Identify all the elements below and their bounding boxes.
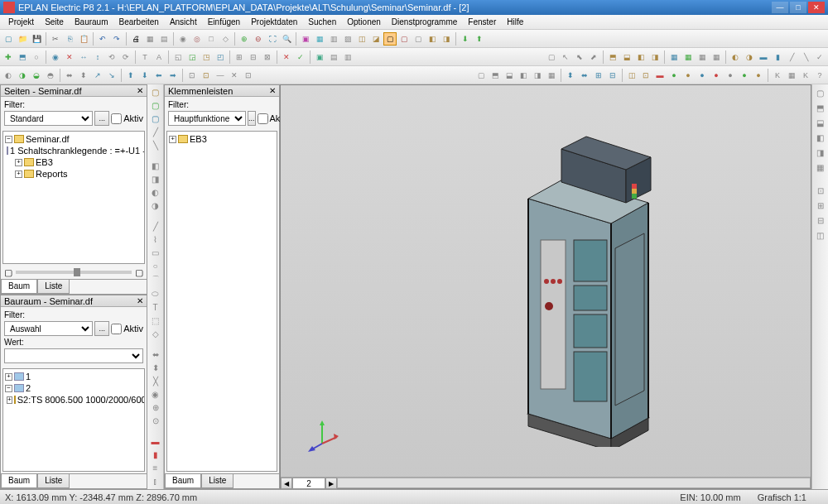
tb-new-icon[interactable]: ▢ <box>2 32 15 46</box>
panel-close-icon[interactable]: ✕ <box>137 86 143 95</box>
tb-btn[interactable]: ⬌ <box>578 69 591 82</box>
tb-btn[interactable]: ◨ <box>440 32 453 46</box>
tb-btn[interactable]: ◧ <box>634 50 647 64</box>
tb-btn[interactable]: ▦ <box>785 69 798 82</box>
tb-cut-icon[interactable]: ✂ <box>49 32 62 46</box>
vtb-btn[interactable]: ╳ <box>149 376 162 387</box>
tb-btn[interactable]: ▨ <box>341 32 354 46</box>
tb-btn[interactable]: ◐ <box>729 50 742 64</box>
tb-btn[interactable]: ⊡ <box>185 69 199 82</box>
tb-btn[interactable]: ● <box>710 69 723 82</box>
tb-zoom-icon[interactable]: 🔍 <box>280 32 293 46</box>
tb-print-icon[interactable]: 🖨 <box>129 32 142 46</box>
vtb-btn[interactable]: ◉ <box>149 389 162 401</box>
bauraum-tree[interactable]: +1 −2 +S2:TS 8006.500 1000/2000/600 <box>2 368 145 472</box>
menu-fenster[interactable]: Fenster <box>463 16 501 28</box>
tb-btn[interactable]: ⊟ <box>606 69 619 82</box>
vtb-ellipse-icon[interactable]: ⬭ <box>149 288 162 300</box>
tb-paste-icon[interactable]: 📋 <box>77 32 90 46</box>
tb-btn[interactable]: ⬈ <box>587 50 600 64</box>
tb-copy-icon[interactable]: ⎘ <box>63 32 76 46</box>
vtb-btn[interactable]: ▦ <box>814 161 827 174</box>
tb-btn[interactable]: ⬉ <box>573 50 586 64</box>
tb-btn[interactable]: ✕ <box>63 50 76 64</box>
tb-btn[interactable]: ▦ <box>545 69 558 82</box>
filter-select[interactable]: Standard <box>4 111 93 126</box>
tb-btn[interactable]: ▢ <box>545 50 558 64</box>
tb-btn[interactable]: ◧ <box>517 69 530 82</box>
tb-btn[interactable]: ▬ <box>653 69 667 82</box>
vtb-arc-icon[interactable]: ⌒ <box>149 273 162 286</box>
tb-btn[interactable]: ⬍ <box>564 69 577 82</box>
tb-btn[interactable]: ⬇ <box>138 69 152 82</box>
menu-seite[interactable]: Seite <box>40 16 69 28</box>
maximize-button[interactable]: □ <box>790 2 806 13</box>
aktiv-checkbox[interactable]: Aktiv <box>111 324 143 334</box>
tb-btn[interactable]: ◑ <box>743 50 756 64</box>
vtb-btn[interactable]: ◑ <box>149 199 162 211</box>
tb-btn[interactable]: ◐ <box>2 69 15 82</box>
tb-btn[interactable]: ⬅ <box>152 69 166 82</box>
menu-optionen[interactable]: Optionen <box>342 16 386 28</box>
vtb-circle-icon[interactable]: ○ <box>149 260 162 271</box>
tb-btn[interactable]: ? <box>813 69 826 82</box>
tb-btn[interactable]: ⊡ <box>639 69 652 82</box>
tb-btn[interactable]: ✕ <box>280 50 293 64</box>
tb-btn[interactable]: ◉ <box>176 32 190 46</box>
vtb-btn[interactable]: ◨ <box>814 146 827 159</box>
tb-btn[interactable]: ⟳ <box>119 50 132 64</box>
menu-projektdaten[interactable]: Projektdaten <box>246 16 302 28</box>
page-prev-button[interactable]: ◀ <box>281 478 292 489</box>
tb-btn[interactable]: ╲ <box>799 50 812 64</box>
tb-btn[interactable]: ▬ <box>757 50 770 64</box>
filter-browse-button[interactable]: ... <box>94 321 109 336</box>
tb-btn[interactable]: ▣ <box>313 50 326 64</box>
tb-btn[interactable]: ◒ <box>30 69 43 82</box>
tab-liste[interactable]: Liste <box>37 280 70 294</box>
menu-einfuegen[interactable]: Einfügen <box>203 16 245 28</box>
filter-select[interactable]: Auswahl <box>4 321 93 336</box>
tb-btn[interactable]: ● <box>752 69 765 82</box>
tb-btn[interactable]: □ <box>205 32 218 46</box>
tb-btn[interactable]: — <box>214 69 227 82</box>
klemmen-tree[interactable]: +EB3 <box>166 131 277 472</box>
wert-select[interactable] <box>4 348 143 363</box>
tb-btn[interactable]: ▦ <box>313 32 326 46</box>
tb-btn[interactable]: ◱ <box>171 50 185 64</box>
tb-btn[interactable]: ⬓ <box>503 69 516 82</box>
tb-btn[interactable]: T <box>138 50 152 64</box>
tb-btn[interactable]: ▦ <box>667 50 681 64</box>
tb-btn[interactable]: ◪ <box>369 32 383 46</box>
filter-browse-button[interactable]: ... <box>248 111 256 126</box>
tb-btn[interactable]: ▦ <box>710 50 723 64</box>
vtb-btn[interactable]: ⊙ <box>149 415 162 427</box>
tb-btn[interactable]: ◲ <box>185 50 199 64</box>
vtb-btn[interactable]: ⬚ <box>149 314 162 326</box>
tb-btn[interactable]: A <box>152 50 166 64</box>
minimize-button[interactable]: — <box>772 2 788 13</box>
menu-bearbeiten[interactable]: Bearbeiten <box>114 16 164 28</box>
tb-btn[interactable]: ▥ <box>327 32 340 46</box>
menu-bauraum[interactable]: Bauraum <box>70 16 113 28</box>
menu-dienstprogramme[interactable]: Dienstprogramme <box>387 16 462 28</box>
tb-btn[interactable]: ▦ <box>681 50 695 64</box>
tb-btn[interactable]: ▥ <box>341 50 354 64</box>
tb-redo-icon[interactable]: ↷ <box>110 32 123 46</box>
vtb-rect-icon[interactable]: ▭ <box>149 247 162 258</box>
tb-btn[interactable]: ⬆ <box>124 69 137 82</box>
vtb-btn[interactable]: ▢ <box>149 113 162 124</box>
tb-btn[interactable]: ↔ <box>77 50 90 64</box>
vtb-btn[interactable]: ▢ <box>814 86 827 99</box>
tb-btn[interactable]: ▤ <box>327 50 340 64</box>
tb-btn[interactable]: ◎ <box>190 32 204 46</box>
filter-select[interactable]: Hauptfunktione <box>168 111 246 126</box>
tb-btn[interactable]: ↘ <box>105 69 118 82</box>
tb-btn[interactable]: ✓ <box>294 50 307 64</box>
tb-btn[interactable]: ▦ <box>143 32 156 46</box>
tb-btn[interactable]: ▦ <box>696 50 709 64</box>
aktiv-checkbox[interactable]: Aktiv <box>111 113 143 124</box>
panel-klemmen-header[interactable]: Klemmenleisten ✕ <box>165 85 279 97</box>
tb-btn[interactable]: ▣ <box>299 32 312 46</box>
vtb-btn[interactable]: ▬ <box>149 436 162 448</box>
menu-suchen[interactable]: Suchen <box>303 16 341 28</box>
